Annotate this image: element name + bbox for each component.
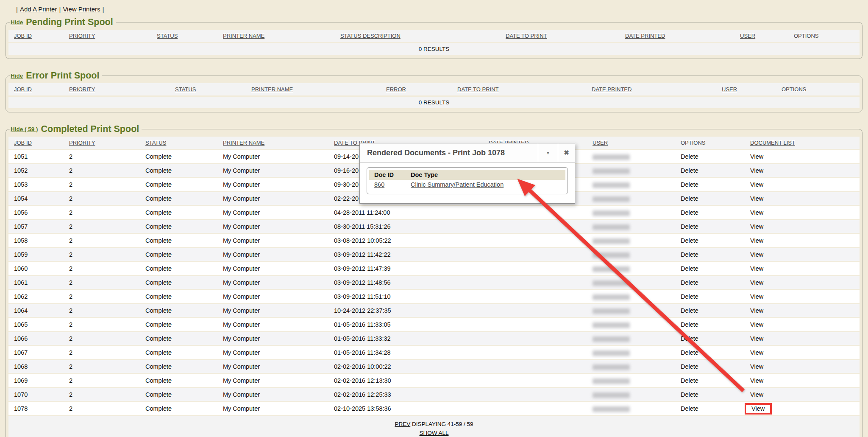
view-button[interactable]: View — [750, 265, 763, 272]
show-all-line: SHOW ALL — [8, 429, 860, 437]
delete-button[interactable]: Delete — [681, 321, 698, 328]
cell-priority: 2 — [64, 374, 140, 387]
cell-printer-name: My Computer — [217, 248, 328, 261]
table-row: 1078 2 Complete My Computer 02-10-2025 1… — [8, 402, 860, 415]
prev-link[interactable]: PREV — [395, 421, 410, 427]
cell-options: Delete — [675, 234, 745, 247]
delete-button[interactable]: Delete — [681, 349, 698, 356]
cell-date-to-print: 01-05-2016 11:33:05 — [328, 318, 483, 331]
delete-button[interactable]: Delete — [681, 251, 698, 258]
cell-date-to-print: 02-02-2016 10:00:22 — [328, 360, 483, 373]
cell-user — [587, 360, 675, 373]
cell-printer-name: My Computer — [217, 276, 328, 289]
delete-button[interactable]: Delete — [681, 391, 698, 398]
table-row: 1066 2 Complete My Computer 01-05-2016 1… — [8, 332, 860, 345]
cell-status: Complete — [140, 304, 217, 317]
doc-id-link[interactable]: 860 — [374, 181, 384, 188]
doc-type-header: Doc Type — [411, 171, 562, 178]
view-button[interactable]: View — [750, 181, 763, 188]
delete-button[interactable]: Delete — [681, 167, 698, 174]
pending-section-legend: HidePending Print Spool — [10, 17, 116, 28]
view-button[interactable]: View — [750, 167, 763, 174]
cell-date-printed — [483, 374, 587, 387]
view-button[interactable]: View — [750, 293, 763, 300]
cell-document-list: View — [745, 234, 860, 247]
view-button[interactable]: View — [750, 377, 763, 384]
cell-printer-name: My Computer — [217, 290, 328, 303]
cell-status: Complete — [140, 332, 217, 345]
view-button[interactable]: View — [750, 251, 763, 258]
delete-button[interactable]: Delete — [681, 335, 698, 342]
view-button[interactable]: View — [750, 391, 763, 398]
delete-button[interactable]: Delete — [681, 279, 698, 286]
view-button[interactable]: View — [750, 279, 763, 286]
cell-date-to-print: 01-05-2016 11:34:28 — [328, 346, 483, 359]
show-all-link[interactable]: SHOW ALL — [419, 430, 448, 436]
cell-options: Delete — [675, 248, 745, 261]
delete-button[interactable]: Delete — [681, 307, 698, 314]
cell-status: Complete — [140, 220, 217, 233]
cell-document-list: View — [745, 164, 860, 177]
col-header-date-printed: DATE PRINTED — [620, 30, 734, 42]
col-header-printer-name: PRINTER NAME — [246, 83, 381, 95]
view-button[interactable]: View — [750, 209, 763, 216]
view-button[interactable]: View — [750, 363, 763, 370]
completed-section-title: Completed Print Spool — [41, 124, 139, 134]
cell-user — [587, 318, 675, 331]
doc-id-header: Doc ID — [374, 171, 411, 178]
cell-user — [587, 402, 675, 415]
delete-button[interactable]: Delete — [681, 293, 698, 300]
redacted-user-value — [593, 280, 630, 286]
hide-error-link[interactable]: Hide — [11, 73, 23, 79]
cell-user — [587, 276, 675, 289]
add-a-printer-link[interactable]: Add A Printer — [20, 6, 57, 13]
cell-document-list: View — [745, 332, 860, 345]
pagination-line: PREV DISPLAYING 41-59 / 59 — [8, 420, 860, 429]
delete-button[interactable]: Delete — [681, 405, 698, 412]
cell-options: Delete — [675, 178, 745, 191]
cell-date-to-print: 02-02-2016 12:25:33 — [328, 388, 483, 401]
cell-printer-name: My Computer — [217, 332, 328, 345]
view-button[interactable]: View — [750, 335, 763, 342]
modal-collapse-button[interactable]: ▼ — [538, 143, 558, 162]
cell-options: Delete — [675, 164, 745, 177]
cell-document-list: View — [745, 318, 860, 331]
cell-priority: 2 — [64, 304, 140, 317]
view-button[interactable]: View — [750, 237, 763, 244]
view-printers-link[interactable]: View Printers — [63, 6, 100, 13]
cell-date-printed — [483, 388, 587, 401]
modal-close-button[interactable]: ✖ — [558, 143, 575, 162]
cell-date-to-print: 10-24-2012 22:37:35 — [328, 304, 483, 317]
pending-header-row: JOB ID PRIORITY STATUS PRINTER NAME STAT… — [8, 30, 860, 42]
view-button[interactable]: View — [750, 223, 763, 230]
delete-button[interactable]: Delete — [681, 223, 698, 230]
delete-button[interactable]: Delete — [681, 181, 698, 188]
delete-button[interactable]: Delete — [681, 363, 698, 370]
delete-button[interactable]: Delete — [681, 265, 698, 272]
error-print-spool-section: HideError Print Spool JOB ID PRIORITY ST… — [6, 70, 862, 112]
view-button-highlighted[interactable]: View — [745, 403, 772, 415]
cell-status: Complete — [140, 276, 217, 289]
cell-priority: 2 — [64, 178, 140, 191]
delete-button[interactable]: Delete — [681, 209, 698, 216]
cell-job-id: 1058 — [8, 234, 64, 247]
view-button[interactable]: View — [750, 195, 763, 202]
delete-button[interactable]: Delete — [681, 237, 698, 244]
hide-pending-link[interactable]: Hide — [11, 19, 23, 25]
cell-printer-name: My Computer — [217, 374, 328, 387]
view-button[interactable]: View — [750, 321, 763, 328]
col-header-status: STATUS — [140, 137, 217, 149]
doc-type-link[interactable]: Clinic Summary/Patient Education — [411, 181, 504, 188]
hide-completed-link[interactable]: Hide ( 59 ) — [11, 126, 38, 132]
cell-date-printed — [483, 206, 587, 219]
cell-job-id: 1052 — [8, 164, 64, 177]
pending-print-spool-section: HidePending Print Spool JOB ID PRIORITY … — [6, 17, 862, 59]
cell-printer-name: My Computer — [217, 206, 328, 219]
cell-user — [587, 150, 675, 163]
delete-button[interactable]: Delete — [681, 195, 698, 202]
delete-button[interactable]: Delete — [681, 153, 698, 160]
delete-button[interactable]: Delete — [681, 377, 698, 384]
view-button[interactable]: View — [750, 153, 763, 160]
view-button[interactable]: View — [750, 307, 763, 314]
view-button[interactable]: View — [750, 349, 763, 356]
